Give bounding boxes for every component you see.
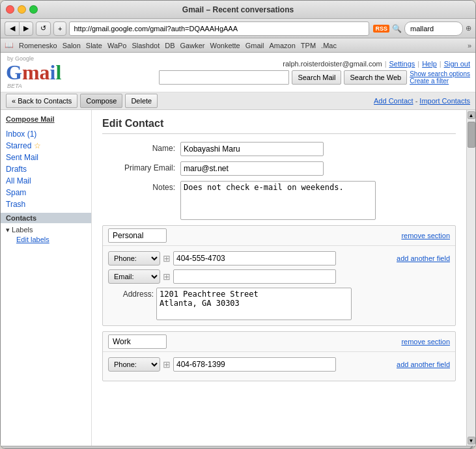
search-sub-links: Show search options Create a filter <box>410 70 470 85</box>
bookmark-slate[interactable]: Slate <box>86 42 102 49</box>
create-filter-link[interactable]: Create a filter <box>410 77 470 85</box>
new-tab-button[interactable]: + <box>53 21 66 36</box>
settings-link[interactable]: Settings <box>389 60 415 68</box>
show-search-options-link[interactable]: Show search options <box>410 70 470 77</box>
page-title: Edit Contact <box>102 118 456 134</box>
contacts-section-header: Contacts <box>1 213 91 223</box>
browser-search-input[interactable] <box>404 21 463 36</box>
bookmark-gmail[interactable]: Gmail <box>245 42 264 49</box>
personal-remove-link[interactable]: remove section <box>401 232 450 239</box>
personal-address-row: Address: 1201 Peachtree Street Atlanta, … <box>108 288 450 320</box>
bookmark-slashdot[interactable]: Slashdot <box>132 42 160 49</box>
personal-email-type-select[interactable]: Email: <box>108 269 160 284</box>
bookmark-amazon[interactable]: Amazon <box>269 42 295 49</box>
bookmark-tpm[interactable]: TPM <box>301 42 316 49</box>
gmail-nav: « Back to Contacts Compose Delete Add Co… <box>1 92 475 110</box>
name-label: Name: <box>102 142 180 153</box>
personal-email-input[interactable] <box>173 269 336 284</box>
bookmarks-more[interactable]: » <box>468 42 471 49</box>
add-import-separator: - <box>415 97 418 105</box>
refresh-button[interactable]: ↺ <box>36 21 51 36</box>
sidebar-item-inbox[interactable]: Inbox (1) <box>1 128 91 140</box>
bookmark-db[interactable]: DB <box>165 42 175 49</box>
gmail-search-input[interactable] <box>159 70 289 85</box>
scroll-thumb[interactable] <box>468 122 475 148</box>
email-input[interactable] <box>180 161 324 176</box>
logo-a: a <box>40 62 50 83</box>
rss-badge: RSS <box>373 25 389 33</box>
personal-section: remove section Phone: ⊞ add another fiel… <box>102 225 456 326</box>
sidebar-item-starred[interactable]: Starred ☆ <box>1 140 91 152</box>
back-button[interactable]: ◀ <box>5 21 19 36</box>
personal-phone-input[interactable] <box>173 251 336 265</box>
work-add-phone-link[interactable]: add another field <box>397 361 450 368</box>
bookmark-romenesko[interactable]: Romenesko <box>19 42 57 49</box>
address-bar[interactable] <box>69 21 369 36</box>
notes-textarea[interactable]: Does not check e-mail on weekends. <box>180 181 376 220</box>
window-title: Gmail – Recent conversations <box>182 5 294 14</box>
logo-l: l <box>55 62 61 83</box>
resize-handle: ◢ <box>468 444 473 449</box>
work-phone-dropdown-icon: ⊞ <box>163 359 171 370</box>
maximize-button[interactable] <box>29 5 38 14</box>
work-section: remove section Phone: ⊞ add another fiel… <box>102 331 456 381</box>
work-phone-input[interactable] <box>173 357 336 372</box>
logo-i: i <box>50 62 56 83</box>
gmail-logo: by Google Gmail BETA <box>6 55 61 89</box>
sidebar: Compose Mail Inbox (1) Starred ☆ Sent Ma… <box>1 110 92 446</box>
gmail-logotype: Gmail <box>6 62 61 83</box>
personal-section-header: remove section <box>103 226 455 246</box>
compose-button[interactable]: Compose <box>80 94 122 108</box>
sidebar-item-all-mail[interactable]: All Mail <box>1 175 91 187</box>
edit-labels-link[interactable]: Edit labels <box>1 234 91 243</box>
address-label: Address: <box>108 288 154 299</box>
logo-m: m <box>22 62 40 83</box>
work-section-name-input[interactable] <box>108 334 167 349</box>
work-remove-link[interactable]: remove section <box>401 338 450 346</box>
scrollbar[interactable]: ▲ ▼ <box>466 110 475 446</box>
name-input[interactable] <box>180 142 324 156</box>
sidebar-item-spam[interactable]: Spam <box>1 187 91 198</box>
add-contact-link[interactable]: Add Contact <box>374 97 413 105</box>
bookmark-mac[interactable]: .Mac <box>321 42 337 49</box>
work-phone-type-select[interactable]: Phone: <box>108 357 160 372</box>
forward-button[interactable]: ▶ <box>19 21 33 36</box>
sidebar-item-sent[interactable]: Sent Mail <box>1 152 91 163</box>
bookmark-gawker[interactable]: Gawker <box>180 42 205 49</box>
search-icon: 🔍 <box>392 24 402 33</box>
bookmark-salon[interactable]: Salon <box>63 42 81 49</box>
signout-link[interactable]: Sign out <box>444 60 470 68</box>
bookmarks-icon: 📖 <box>5 41 14 49</box>
search-web-button[interactable]: Search the Web <box>344 70 407 85</box>
gmail-header: by Google Gmail BETA ralph.roisterdoiste… <box>1 53 475 92</box>
labels-section: ▾ Labels <box>1 223 91 234</box>
work-phone-row: Phone: ⊞ add another field <box>108 357 450 372</box>
work-section-header: remove section <box>103 332 455 352</box>
sidebar-item-trash[interactable]: Trash <box>1 198 91 210</box>
delete-button[interactable]: Delete <box>125 94 158 108</box>
personal-add-phone-link[interactable]: add another field <box>397 254 450 262</box>
personal-address-textarea[interactable]: 1201 Peachtree Street Atlanta, GA 30303 <box>156 288 352 320</box>
gmail-app: by Google Gmail BETA ralph.roisterdoiste… <box>1 53 475 446</box>
minimize-button[interactable] <box>18 5 26 14</box>
close-button[interactable] <box>6 5 14 14</box>
traffic-lights <box>6 5 38 14</box>
user-bar: ralph.roisterdoister@gmail.com | Setting… <box>283 60 470 68</box>
sidebar-item-drafts[interactable]: Drafts <box>1 163 91 175</box>
search-mail-button[interactable]: Search Mail <box>292 70 341 85</box>
beta-label: BETA <box>7 83 61 89</box>
help-link[interactable]: Help <box>422 60 437 68</box>
status-bar: ◢ <box>1 446 475 448</box>
labels-header: ▾ Labels <box>6 226 33 234</box>
scroll-up-btn[interactable]: ▲ <box>468 111 475 119</box>
notes-label: Notes: <box>102 181 180 192</box>
bookmark-wapo[interactable]: WaPo <box>107 42 127 49</box>
sidebar-compose-link[interactable]: Compose Mail <box>6 115 86 123</box>
back-to-contacts-button[interactable]: « Back to Contacts <box>6 94 77 108</box>
personal-section-name-input[interactable] <box>108 228 167 243</box>
gmail-header-right: ralph.roisterdoister@gmail.com | Setting… <box>159 60 470 85</box>
personal-phone-type-select[interactable]: Phone: <box>108 251 160 265</box>
bookmark-wonkette[interactable]: Wonkette <box>210 42 240 49</box>
name-row: Name: <box>102 142 456 156</box>
import-contacts-link[interactable]: Import Contacts <box>419 97 470 105</box>
